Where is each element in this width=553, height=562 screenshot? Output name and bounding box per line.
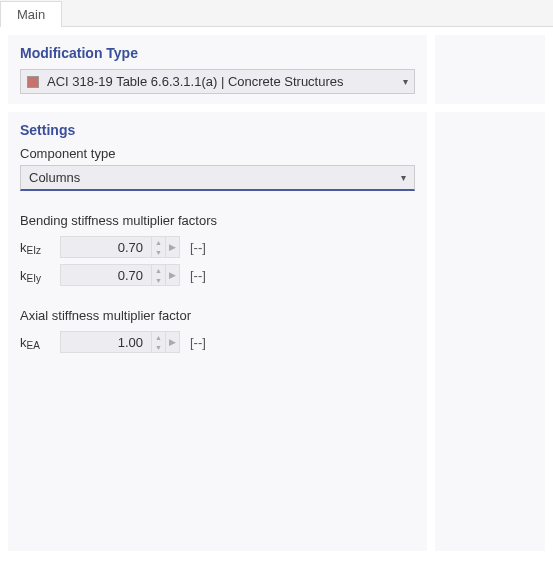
keiz-spinner[interactable]: ▲ ▼ ▶	[60, 236, 180, 258]
component-type-value: Columns	[29, 170, 395, 185]
content-area: Modification Type ACI 318-19 Table 6.6.3…	[0, 27, 553, 559]
keiy-step-up[interactable]: ▲	[152, 265, 165, 275]
keiy-spinner[interactable]: ▲ ▼ ▶	[60, 264, 180, 286]
kea-step-down[interactable]: ▼	[152, 342, 165, 352]
kea-stepper: ▲ ▼	[151, 332, 165, 352]
param-row-keiz: kEIz ▲ ▼ ▶ [--]	[20, 236, 415, 258]
param-key-kea: kEA	[20, 335, 60, 350]
param-row-keiy: kEIy ▲ ▼ ▶ [--]	[20, 264, 415, 286]
right-side-panel	[435, 112, 545, 551]
keiz-side-button[interactable]: ▶	[165, 237, 179, 257]
settings-title: Settings	[20, 122, 415, 138]
keiz-input[interactable]	[61, 239, 151, 256]
tab-bar: Main	[0, 0, 553, 27]
param-key-keiy: kEIy	[20, 268, 60, 283]
modification-type-select[interactable]: ACI 318-19 Table 6.6.3.1.1(a) | Concrete…	[20, 69, 415, 94]
chevron-down-icon: ▾	[403, 76, 408, 87]
kea-step-up[interactable]: ▲	[152, 332, 165, 342]
keiz-stepper: ▲ ▼	[151, 237, 165, 257]
keiy-input[interactable]	[61, 267, 151, 284]
keiy-stepper: ▲ ▼	[151, 265, 165, 285]
keiy-step-down[interactable]: ▼	[152, 275, 165, 285]
component-type-label: Component type	[20, 146, 415, 161]
modification-type-title: Modification Type	[20, 45, 415, 61]
keiz-unit: [--]	[190, 240, 206, 255]
kea-input[interactable]	[61, 334, 151, 351]
tab-main[interactable]: Main	[0, 1, 62, 27]
kea-unit: [--]	[190, 335, 206, 350]
keiy-side-button[interactable]: ▶	[165, 265, 179, 285]
modification-type-value: ACI 318-19 Table 6.6.3.1.1(a) | Concrete…	[47, 74, 397, 89]
keiz-step-down[interactable]: ▼	[152, 247, 165, 257]
keiz-step-up[interactable]: ▲	[152, 237, 165, 247]
param-key-keiz: kEIz	[20, 240, 60, 255]
component-type-select[interactable]: Columns ▾	[20, 165, 415, 191]
settings-panel: Settings Component type Columns ▾ Bendin…	[8, 112, 427, 551]
modification-swatch-icon	[27, 76, 39, 88]
bending-section-label: Bending stiffness multiplier factors	[20, 213, 415, 228]
kea-spinner[interactable]: ▲ ▼ ▶	[60, 331, 180, 353]
kea-side-button[interactable]: ▶	[165, 332, 179, 352]
axial-section-label: Axial stiffness multiplier factor	[20, 308, 415, 323]
top-right-panel	[435, 35, 545, 104]
param-row-kea: kEA ▲ ▼ ▶ [--]	[20, 331, 415, 353]
chevron-down-icon: ▾	[401, 172, 406, 183]
keiy-unit: [--]	[190, 268, 206, 283]
modification-type-panel: Modification Type ACI 318-19 Table 6.6.3…	[8, 35, 427, 104]
